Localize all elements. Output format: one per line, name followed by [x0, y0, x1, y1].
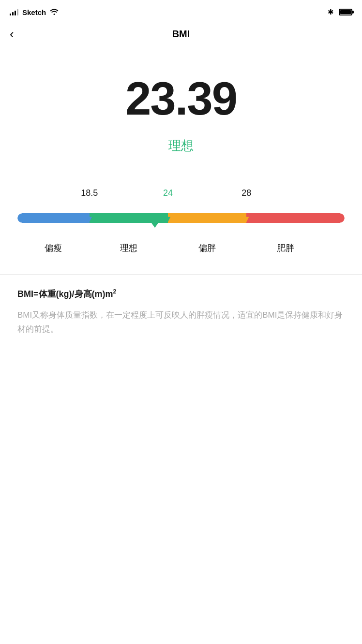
label-obese: 肥胖	[277, 242, 294, 254]
bmi-scale-section: 18.5 24 28 ▼ ▼ ▼ ▼ 偏瘦 理想 偏胖 肥胖	[0, 178, 362, 269]
bmi-value: 23.39	[125, 75, 237, 122]
status-right: ✱	[328, 8, 352, 16]
track-overweight	[168, 213, 246, 223]
scale-label-28: 28	[241, 188, 251, 198]
label-ideal: 理想	[120, 242, 137, 254]
status-left: Sketch	[10, 8, 59, 16]
page-title: BMI	[172, 29, 190, 40]
bmi-status-label: 理想	[168, 137, 194, 154]
track-obese	[246, 213, 345, 223]
back-button[interactable]: ‹	[10, 28, 14, 40]
bmi-formula: BMI=体重(kg)/身高(m)m2	[17, 288, 345, 300]
scale-bottom-labels: 偏瘦 理想 偏胖 肥胖	[17, 242, 345, 260]
indicator-obese: ▼	[321, 214, 330, 224]
nav-bar: ‹ BMI	[0, 21, 362, 46]
info-section: BMI=体重(kg)/身高(m)m2 BMI又称身体质量指数，在一定程度上可反映…	[0, 275, 362, 354]
bmi-value-section: 23.39 理想	[0, 46, 362, 174]
label-overweight: 偏胖	[198, 242, 216, 254]
wifi-icon	[50, 8, 59, 16]
bmi-description: BMI又称身体质量指数，在一定程度上可反映人的胖瘦情况，适宜的BMI是保持健康和…	[17, 308, 345, 337]
label-lean: 偏瘦	[45, 242, 62, 254]
scale-label-18-5: 18.5	[81, 188, 98, 198]
battery-icon	[339, 9, 352, 15]
indicator-overweight: ▼	[242, 214, 251, 224]
scale-label-24: 24	[163, 188, 173, 198]
scale-top-labels: 18.5 24 28	[17, 188, 345, 205]
signal-icon	[10, 9, 18, 15]
scale-track	[17, 213, 345, 223]
indicator-lean: ▼	[85, 214, 94, 224]
indicator-ideal: ▼	[164, 214, 172, 224]
scale-track-wrapper: ▼ ▼ ▼ ▼	[17, 213, 345, 239]
status-bar: Sketch ✱	[0, 0, 362, 21]
track-lean	[17, 213, 90, 223]
bluetooth-icon: ✱	[328, 8, 334, 16]
current-bmi-indicator	[150, 221, 160, 228]
carrier-label: Sketch	[22, 8, 46, 16]
